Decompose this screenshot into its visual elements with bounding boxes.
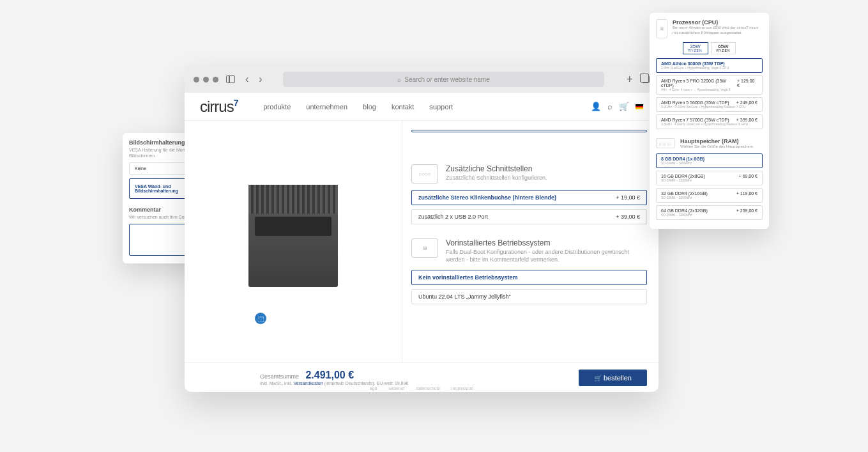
nav-produkte[interactable]: produkte: [263, 103, 291, 111]
tabs-icon[interactable]: [642, 75, 650, 83]
main-nav: produkte unternehmen blog kontakt suppor…: [263, 103, 453, 111]
cpu-opt-0[interactable]: AMD Athlon 3000G (35W TDP) 2.0Hz DualCor…: [656, 58, 763, 73]
search-icon: ⌕: [397, 76, 401, 83]
config-pane: ○○○○ Zusätzliche Schnittstellen Zusätzli…: [402, 121, 659, 362]
content: ⬚ ○○○○ Zusätzliche Schnittstellen Zusätz…: [185, 121, 659, 362]
address-bar[interactable]: ⌕ Search or enter website name: [283, 72, 605, 87]
new-tab-button[interactable]: +: [622, 73, 637, 86]
total-price: 2.491,00 €: [305, 370, 354, 380]
ram-desc: Wählen Sie die Größe des Hauptspeichers.: [680, 144, 754, 150]
os-desc: Falls Dual-Boot Konfigurationen - oder a…: [446, 249, 647, 263]
os-icon: ⊞: [411, 238, 438, 258]
cpu-opt-2[interactable]: AMD Ryzen 5 5600G (35W cTDP)+ 249,00 € 3…: [656, 97, 763, 112]
shipping-link[interactable]: Versandkosten: [294, 381, 323, 386]
ram-opt-0[interactable]: 8 GB DDR4 (1x 8GB) SO-DIMM – 3200Mhz: [656, 153, 763, 168]
footer-links: agb widerruf datenschutz impressum: [370, 386, 474, 391]
nav-kontakt[interactable]: kontakt: [392, 103, 414, 111]
sum-wrap: Gesamtsumme 2.491,00 € Inkl. MwSt., inkl…: [260, 370, 408, 386]
search-icon[interactable]: ⌕: [607, 102, 613, 111]
ram-icon: ▯▯▯▯▯: [656, 138, 675, 148]
side-card-cpu: ▣ Prozessor (CPU) Bei einer Abwärme von …: [650, 13, 769, 229]
link-impressum[interactable]: impressum: [452, 386, 473, 391]
3d-view-badge[interactable]: ⬚: [255, 313, 266, 324]
footer: Gesamtsumme 2.491,00 € Inkl. MwSt., inkl…: [185, 362, 659, 392]
browser-window: ‹ › ⌕ Search or enter website name + cir…: [185, 66, 659, 392]
link-agb[interactable]: agb: [370, 386, 377, 391]
opt-audio-jack[interactable]: zusätzliche Stereo Klinkenbuchse (hinter…: [411, 190, 647, 205]
cart-icon[interactable]: 🛒: [619, 102, 629, 111]
price-note: Inkl. MwSt., inkl. Versandkosten (innerh…: [260, 381, 408, 386]
ports-icon: ○○○○: [411, 164, 438, 183]
interfaces-title: Zusätzliche Schnittstellen: [446, 164, 547, 173]
interfaces-desc: Zusätzliche Schnittstellen konfigurieren…: [446, 175, 547, 182]
ram-opt-3[interactable]: 64 GB DDR4 (2x32GB)+ 259,00 € SO-DIMM – …: [656, 205, 763, 220]
cpu-icon: ▣: [656, 19, 667, 38]
section-interfaces: ○○○○ Zusätzliche Schnittstellen Zusätzli…: [411, 164, 647, 224]
ram-title: Hauptspeicher (RAM): [680, 138, 754, 144]
cpu-opt-1[interactable]: AMD Ryzen 3 PRO 3200G (35W cTDP)+ 129,00…: [656, 75, 763, 95]
lang-flag-de[interactable]: [636, 104, 643, 109]
os-title: Vorinstalliertes Betriebssystem: [446, 238, 647, 247]
browser-toolbar: ‹ › ⌕ Search or enter website name +: [185, 66, 659, 93]
section-os: ⊞ Vorinstalliertes Betriebssystem Falls …: [411, 238, 647, 304]
cpu-title: Prozessor (CPU): [673, 19, 763, 26]
site-header: cirrus7 produkte unternehmen blog kontak…: [185, 93, 659, 121]
cpu-opt-3[interactable]: AMD Ryzen 7 5700G (35W cTDP)+ 399,00 € 3…: [656, 114, 763, 129]
tab-65w[interactable]: 65WRYZEN: [711, 42, 736, 54]
account-icon[interactable]: 👤: [591, 102, 601, 111]
back-button[interactable]: ‹: [243, 74, 251, 85]
product-image: [248, 185, 338, 287]
ram-opt-2[interactable]: 32 GB DDR4 (2x16GB)+ 119,00 € SO-DIMM – …: [656, 188, 763, 203]
link-widerruf[interactable]: widerruf: [388, 386, 404, 391]
sidebar-toggle[interactable]: [224, 72, 238, 86]
logo[interactable]: cirrus7: [200, 98, 238, 116]
tab-35w[interactable]: 35WRYZEN: [683, 42, 708, 54]
option-stub: [411, 130, 647, 132]
ram-opt-1[interactable]: 16 GB DDR4 (2x8GB)+ 69,00 € SO-DIMM – 32…: [656, 171, 763, 185]
order-button[interactable]: bestellen: [579, 370, 647, 386]
opt-usb-ports[interactable]: zusätzlich 2 x USB 2.0 Port + 39,00 €: [411, 209, 647, 224]
nav-unternehmen[interactable]: unternehmen: [306, 103, 347, 111]
link-datenschutz[interactable]: datenschutz: [416, 386, 440, 391]
traffic-lights[interactable]: [194, 77, 218, 82]
header-tools: 👤 ⌕ 🛒: [591, 102, 643, 111]
cpu-desc: Bei einer Abwärme von 65W wird der cirru…: [673, 26, 763, 36]
nav-blog[interactable]: blog: [363, 103, 376, 111]
tdp-tabs: 35WRYZEN 65WRYZEN: [656, 42, 763, 54]
nav-support[interactable]: support: [429, 103, 453, 111]
forward-button[interactable]: ›: [256, 74, 264, 85]
opt-ubuntu[interactable]: Ubuntu 22.04 LTS „Jammy Jellyfish": [411, 289, 647, 304]
product-pane: ⬚: [185, 121, 402, 362]
opt-no-os[interactable]: Kein vorinstalliertes Betriebssystem: [411, 270, 647, 285]
